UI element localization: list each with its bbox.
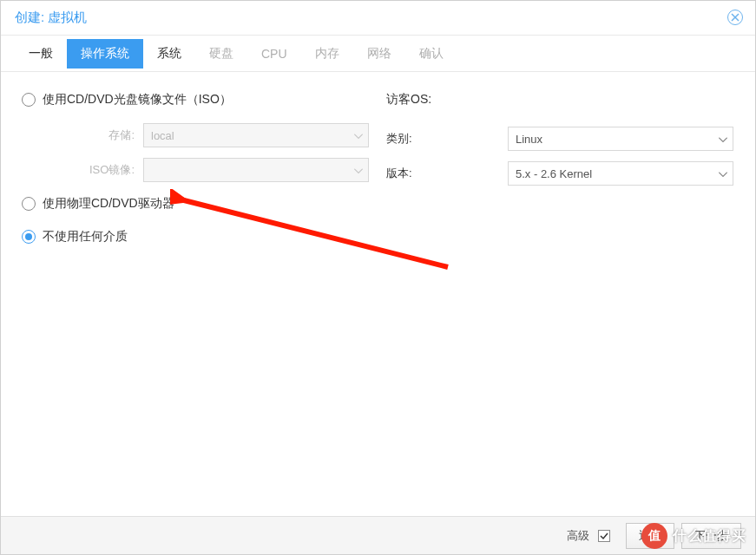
storage-field: 存储: local (22, 122, 369, 148)
version-value: 5.x - 2.6 Kernel (516, 167, 592, 180)
version-field: 版本: 5.x - 2.6 Kernel (386, 160, 734, 186)
guest-os-column: 访客OS: 类别: Linux 版本: 5.x - 2.6 Kernel (369, 89, 734, 499)
radio-none-label: 不使用任何介质 (43, 229, 128, 245)
back-button[interactable]: 返回 (626, 523, 674, 549)
storage-select[interactable]: local (143, 123, 369, 147)
radio-icon (22, 93, 36, 107)
dialog-window: 创建: 虚拟机 一般 操作系统 系统 硬盘 CPU 内存 网络 确认 使用CD/… (0, 0, 756, 555)
radio-icon (22, 197, 36, 211)
tab-cpu[interactable]: CPU (247, 40, 301, 68)
media-column: 使用CD/DVD光盘镜像文件（ISO） 存储: local ISO镜像: (22, 89, 369, 499)
advanced-label: 高级 (567, 528, 589, 544)
chevron-down-icon (719, 133, 727, 146)
dialog-title: 创建: 虚拟机 (15, 10, 87, 26)
chevron-down-icon (354, 129, 363, 142)
content-panel: 使用CD/DVD光盘镜像文件（ISO） 存储: local ISO镜像: (1, 72, 755, 516)
radio-iso-row[interactable]: 使用CD/DVD光盘镜像文件（ISO） (22, 89, 369, 110)
category-label: 类别: (386, 131, 508, 147)
guest-os-heading: 访客OS: (386, 89, 734, 110)
iso-field: ISO镜像: (22, 157, 369, 183)
storage-value: local (151, 129, 174, 142)
chevron-down-icon (354, 164, 363, 177)
category-field: 类别: Linux (386, 126, 734, 152)
tab-bar: 一般 操作系统 系统 硬盘 CPU 内存 网络 确认 (1, 36, 755, 72)
tab-os[interactable]: 操作系统 (67, 39, 143, 69)
category-value: Linux (516, 133, 542, 146)
radio-none-row[interactable]: 不使用任何介质 (22, 226, 369, 247)
radio-physical-row[interactable]: 使用物理CD/DVD驱动器 (22, 193, 369, 214)
tab-general[interactable]: 一般 (15, 39, 67, 69)
category-select[interactable]: Linux (508, 127, 733, 151)
storage-label: 存储: (22, 127, 143, 143)
tab-disk[interactable]: 硬盘 (195, 39, 247, 69)
tab-network[interactable]: 网络 (353, 39, 405, 69)
tab-system[interactable]: 系统 (143, 39, 195, 69)
radio-physical-label: 使用物理CD/DVD驱动器 (43, 196, 174, 212)
radio-icon (22, 230, 36, 244)
tab-confirm[interactable]: 确认 (405, 39, 457, 69)
next-button[interactable]: 下一步 (681, 523, 741, 549)
version-label: 版本: (386, 166, 508, 181)
close-icon[interactable] (727, 10, 743, 25)
radio-iso-label: 使用CD/DVD光盘镜像文件（ISO） (43, 92, 232, 108)
titlebar: 创建: 虚拟机 (1, 1, 755, 36)
iso-label: ISO镜像: (22, 162, 143, 178)
chevron-down-icon (719, 167, 727, 180)
advanced-checkbox[interactable] (598, 530, 610, 542)
version-select[interactable]: 5.x - 2.6 Kernel (508, 161, 733, 186)
tab-memory[interactable]: 内存 (301, 39, 353, 69)
footer-bar: 高级 返回 下一步 (1, 516, 755, 554)
iso-select[interactable] (143, 158, 369, 182)
